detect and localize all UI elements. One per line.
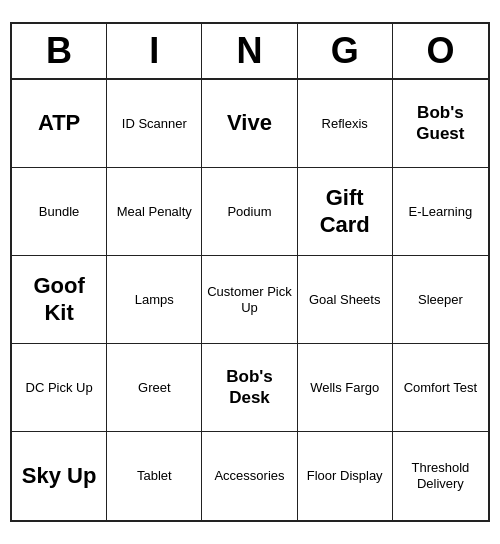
bingo-cell[interactable]: Threshold Delivery <box>393 432 488 520</box>
header-letter: O <box>393 24 488 78</box>
bingo-cell[interactable]: Bob's Guest <box>393 80 488 168</box>
bingo-cell[interactable]: Podium <box>202 168 297 256</box>
bingo-cell[interactable]: Sky Up <box>12 432 107 520</box>
bingo-cell[interactable]: Sleeper <box>393 256 488 344</box>
bingo-cell[interactable]: Meal Penalty <box>107 168 202 256</box>
bingo-cell[interactable]: Vive <box>202 80 297 168</box>
header-letter: G <box>298 24 393 78</box>
bingo-cell[interactable]: Greet <box>107 344 202 432</box>
bingo-cell[interactable]: Accessories <box>202 432 297 520</box>
bingo-cell[interactable]: Tablet <box>107 432 202 520</box>
header-letter: N <box>202 24 297 78</box>
bingo-cell[interactable]: Gift Card <box>298 168 393 256</box>
bingo-cell[interactable]: Wells Fargo <box>298 344 393 432</box>
bingo-cell[interactable]: E-Learning <box>393 168 488 256</box>
bingo-cell[interactable]: Floor Display <box>298 432 393 520</box>
bingo-cell[interactable]: Comfort Test <box>393 344 488 432</box>
bingo-cell[interactable]: Lamps <box>107 256 202 344</box>
bingo-cell[interactable]: ID Scanner <box>107 80 202 168</box>
bingo-cell[interactable]: Customer Pick Up <box>202 256 297 344</box>
bingo-cell[interactable]: DC Pick Up <box>12 344 107 432</box>
header-letter: I <box>107 24 202 78</box>
header-letter: B <box>12 24 107 78</box>
bingo-header: BINGO <box>12 24 488 80</box>
bingo-cell[interactable]: Goal Sheets <box>298 256 393 344</box>
bingo-cell[interactable]: Reflexis <box>298 80 393 168</box>
bingo-cell[interactable]: ATP <box>12 80 107 168</box>
bingo-cell[interactable]: Bundle <box>12 168 107 256</box>
bingo-card: BINGO ATPID ScannerViveReflexisBob's Gue… <box>10 22 490 522</box>
bingo-cell[interactable]: Bob's Desk <box>202 344 297 432</box>
bingo-grid: ATPID ScannerViveReflexisBob's GuestBund… <box>12 80 488 520</box>
bingo-cell[interactable]: Goof Kit <box>12 256 107 344</box>
